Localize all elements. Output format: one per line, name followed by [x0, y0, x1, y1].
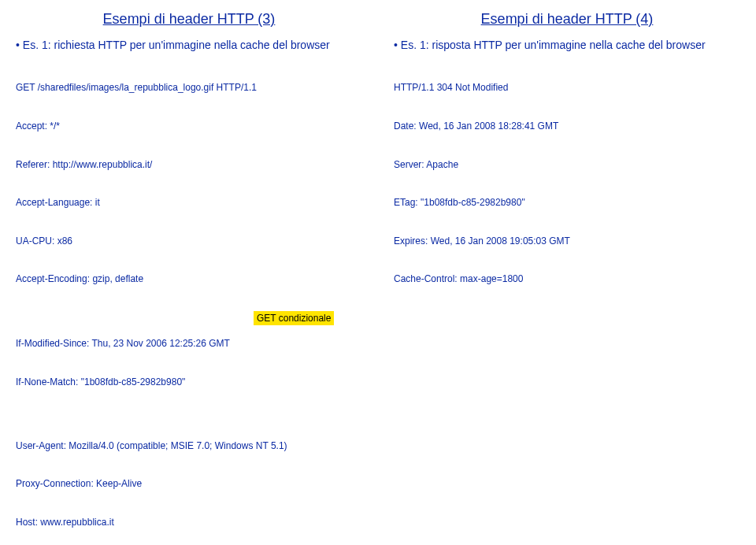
code-line: HTTP/1.1 304 Not Modified — [394, 81, 740, 94]
slide-title: Esempi di header HTTP (4) — [394, 11, 740, 28]
code-line: Referer: http://www.repubblica.it/ — [16, 158, 362, 171]
bullet-text: Es. 1: risposta HTTP per un'immagine nel… — [394, 39, 740, 51]
code-line: Proxy-Connection: Keep-Alive — [16, 477, 362, 490]
bullet-text: Es. 1: richiesta HTTP per un'immagine ne… — [16, 39, 362, 51]
code-line: Server: Apache — [394, 158, 740, 171]
slide-4: Esempi di header HTTP (4) Es. 1: rispost… — [378, 0, 756, 545]
code-line: ETag: "1b08fdb-c85-2982b980" — [394, 196, 740, 209]
code-line: Accept-Encoding: gzip, deflate — [16, 272, 362, 285]
code-line: Expires: Wed, 16 Jan 2008 19:05:03 GMT — [394, 235, 740, 247]
code-line: GET /sharedfiles/images/la_repubblica_lo… — [16, 81, 362, 94]
code-line: Cache-Control: max-age=1800 — [394, 272, 740, 285]
code-line: UA-CPU: x86 — [16, 235, 362, 247]
code-line: If-Modified-Since: Thu, 23 Nov 2006 12:2… — [16, 337, 230, 350]
annotation-conditional-get: GET condizionale — [254, 311, 335, 325]
slide-title: Esempi di header HTTP (3) — [16, 11, 362, 28]
code-line: Accept: */* — [16, 120, 362, 132]
code-line: User-Agent: Mozilla/4.0 (compatible; MSI… — [16, 439, 362, 452]
http-request-body: GET /sharedfiles/images/la_repubblica_lo… — [16, 56, 362, 545]
slide-3: Esempi di header HTTP (3) Es. 1: richies… — [0, 0, 378, 545]
code-line: Host: www.repubblica.it — [16, 516, 362, 528]
http-response-body: HTTP/1.1 304 Not Modified Date: Wed, 16 … — [394, 56, 740, 311]
code-line: If-None-Match: "1b08fdb-c85-2982b980" — [16, 376, 230, 388]
code-line: Date: Wed, 16 Jan 2008 18:28:41 GMT — [394, 120, 740, 132]
code-line: Accept-Language: it — [16, 196, 362, 209]
